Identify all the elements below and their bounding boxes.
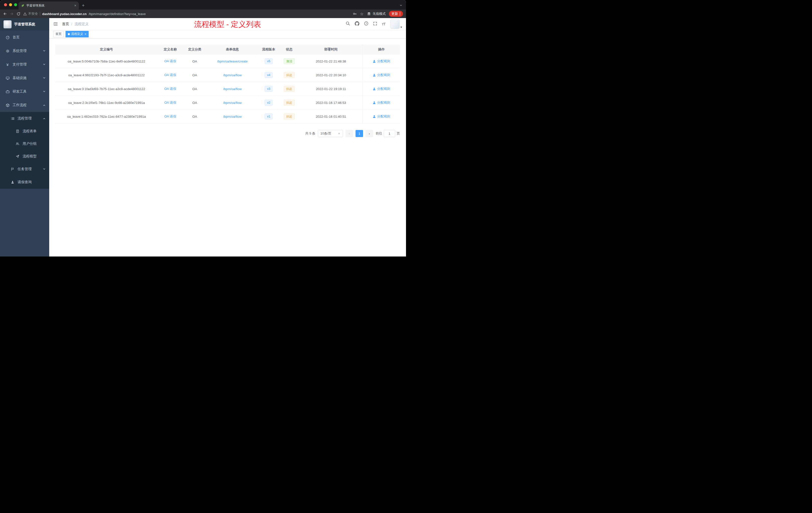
- sidebar-item-system[interactable]: 系统管理: [0, 44, 49, 58]
- chrome-update-button[interactable]: 更新: [389, 11, 403, 17]
- gear-icon: [5, 49, 9, 53]
- incognito-icon: [367, 12, 371, 16]
- form-info-link[interactable]: /bpm/oa/flow: [223, 73, 242, 77]
- chevron-down-icon: [43, 62, 46, 66]
- table-row: oa_leave:4:991f2193-7b7f-11ec-a3c8-acde4…: [55, 68, 400, 82]
- browser-tab[interactable]: 芋道管理系统 ×: [19, 1, 79, 9]
- tab-search-chevron-icon[interactable]: [400, 3, 403, 8]
- cell-definition-id: oa_leave:4:991f2193-7b7f-11ec-a3c8-acde4…: [55, 68, 158, 82]
- sidebar-logo[interactable]: 芋道管理系统: [0, 18, 49, 31]
- sidebar-item-process-form[interactable]: 流程表单: [0, 125, 49, 138]
- breadcrumb-separator: /: [71, 22, 72, 26]
- cell-definition-id: oa_leave:3:1fad3d93-7b75-11ec-a3c8-acde4…: [55, 82, 158, 96]
- user-icon: [373, 60, 376, 63]
- fullscreen-icon[interactable]: [373, 22, 377, 27]
- table-row: oa_leave:3:1fad3d93-7b75-11ec-a3c8-acde4…: [55, 82, 400, 96]
- status-badge: 挂起: [284, 114, 295, 119]
- col-operation: 操作: [362, 44, 400, 55]
- security-status[interactable]: 不安全: [23, 11, 38, 16]
- select-caret-icon: ▼: [338, 132, 341, 135]
- not-secure-icon: [23, 12, 27, 16]
- definition-name-link[interactable]: OA 请假: [164, 73, 176, 77]
- assign-rule-link[interactable]: 分配规则: [373, 87, 390, 91]
- bookmark-star-icon[interactable]: ☆: [360, 11, 364, 16]
- cell-definition-id: oa_leave:5:004b710b-7b8a-11ec-8ef0-acde4…: [55, 55, 158, 68]
- active-dot: [68, 33, 70, 35]
- col-deploy-time: 部署时间: [299, 44, 362, 55]
- caret-down-icon: ▾: [401, 25, 402, 29]
- goto-page-input[interactable]: [384, 130, 395, 137]
- new-tab-button[interactable]: +: [82, 3, 85, 8]
- sidebar-item-infrastructure[interactable]: 基础设施: [0, 71, 49, 85]
- cell-category: OA: [183, 110, 207, 123]
- tag-home[interactable]: 首页: [53, 31, 64, 37]
- sidebar-item-process-manage[interactable]: 流程管理: [0, 112, 49, 125]
- incognito-badge: 无痕模式: [367, 11, 386, 16]
- minimize-window-button[interactable]: [9, 3, 12, 6]
- col-definition-name: 定义名称: [158, 44, 183, 55]
- current-page-button[interactable]: 1: [355, 130, 363, 137]
- assign-rule-link[interactable]: 分配规则: [373, 59, 390, 63]
- chevron-up-icon: [43, 103, 46, 107]
- version-badge: v3: [265, 86, 273, 92]
- assign-rule-link[interactable]: 分配规则: [373, 114, 390, 119]
- sidebar-item-devtools[interactable]: 研发工具: [0, 85, 49, 98]
- font-size-icon[interactable]: тT: [382, 22, 385, 26]
- definition-name-link[interactable]: OA 请假: [164, 100, 176, 105]
- sidebar-item-home[interactable]: 首页: [0, 31, 49, 44]
- form-info-link[interactable]: /bpm/oa/leave/create: [217, 59, 248, 63]
- assign-rule-link[interactable]: 分配规则: [373, 73, 390, 77]
- sidebar-item-user-group[interactable]: 用户分组: [0, 138, 49, 150]
- col-process-version: 流程版本: [258, 44, 279, 55]
- sidebar-item-workflow[interactable]: 工作流程: [0, 98, 49, 112]
- password-key-icon[interactable]: [353, 12, 357, 16]
- sidebar-item-process-model[interactable]: 流程模型: [0, 150, 49, 163]
- status-badge: 激活: [284, 58, 295, 64]
- help-icon[interactable]: ?: [364, 21, 368, 27]
- definition-name-link[interactable]: OA 请假: [164, 87, 176, 91]
- search-icon[interactable]: [346, 21, 350, 27]
- cell-category: OA: [183, 68, 207, 82]
- sidebar-toggle-icon[interactable]: [53, 22, 58, 26]
- tag-process-definition[interactable]: 流程定义 ×: [65, 31, 89, 37]
- version-badge: v4: [265, 72, 273, 78]
- definition-name-link[interactable]: OA 请假: [164, 59, 176, 63]
- version-badge: v5: [265, 58, 273, 64]
- version-badge: v1: [265, 114, 273, 119]
- sidebar-item-payment[interactable]: ¥ 支付管理: [0, 58, 49, 71]
- user-icon: [373, 115, 376, 118]
- dashboard-icon: [5, 36, 9, 39]
- cell-category: OA: [183, 82, 207, 96]
- chevron-down-icon: [43, 76, 46, 80]
- form-info-link[interactable]: /bpm/oa/flow: [223, 115, 242, 118]
- zoom-window-button[interactable]: [14, 3, 17, 6]
- cell-category: OA: [183, 55, 207, 68]
- close-icon[interactable]: ×: [85, 32, 86, 36]
- refresh-button[interactable]: [17, 12, 20, 16]
- github-icon[interactable]: [355, 21, 359, 27]
- cell-deploy-time: 2022-01-16 17:46:53: [299, 96, 362, 110]
- back-button[interactable]: [3, 12, 7, 16]
- kebab-menu-icon[interactable]: [400, 12, 401, 16]
- avatar[interactable]: [390, 19, 400, 29]
- breadcrumb-home[interactable]: 首页: [62, 22, 69, 26]
- form-info-link[interactable]: /bpm/oa/flow: [223, 101, 242, 105]
- browser-toolbar: 不安全 dashboard.yudao.iocoder.cn/bpm/manag…: [0, 9, 406, 18]
- table-header: 定义编号 定义名称 定义分类 表单信息 流程版本 状态 部署时间 操作: [55, 44, 400, 55]
- user-menu[interactable]: ▾: [390, 19, 402, 29]
- update-label: 更新: [392, 11, 398, 16]
- sidebar-item-leave-query[interactable]: 请假查询: [0, 176, 49, 189]
- goto-suffix: 页: [397, 131, 400, 136]
- form-info-link[interactable]: /bpm/oa/flow: [223, 87, 242, 91]
- definition-name-link[interactable]: OA 请假: [164, 114, 176, 119]
- assign-rule-link[interactable]: 分配规则: [373, 100, 390, 105]
- flag-icon: [10, 168, 14, 171]
- chevron-down-icon: [43, 90, 46, 94]
- page-size-select[interactable]: 10条/页 ▼: [318, 130, 343, 137]
- sidebar-item-task-manage[interactable]: 任务管理: [0, 163, 49, 176]
- next-page-button[interactable]: ›: [366, 130, 373, 137]
- prev-page-button[interactable]: ‹: [346, 130, 353, 137]
- address-bar[interactable]: 不安全 dashboard.yudao.iocoder.cn/bpm/manag…: [23, 11, 350, 16]
- tab-close-icon[interactable]: ×: [74, 3, 76, 7]
- close-window-button[interactable]: [4, 3, 7, 6]
